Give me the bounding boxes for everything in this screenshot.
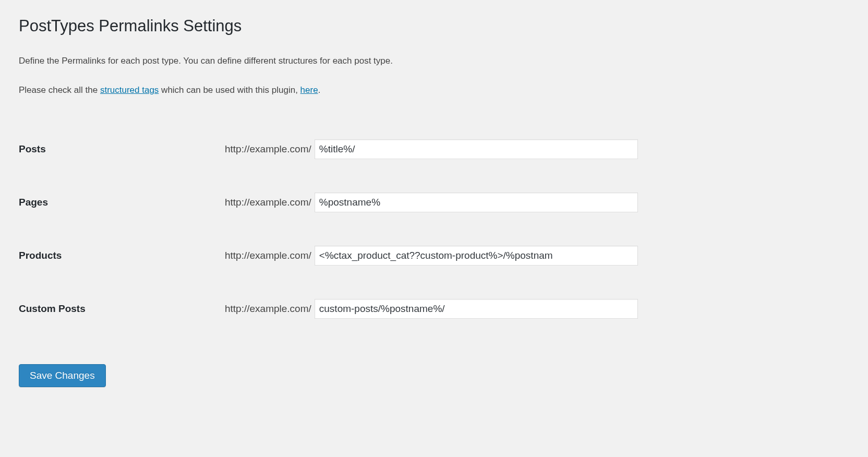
table-row: Pages http://example.com/ — [19, 176, 849, 229]
row-label-posts: Posts — [19, 123, 225, 176]
table-row: Products http://example.com/ — [19, 229, 849, 282]
description-line-2: Please check all the structured tags whi… — [19, 83, 849, 97]
row-label-custom-posts: Custom Posts — [19, 282, 225, 335]
desc2-middle: which can be used with this plugin, — [159, 85, 300, 95]
row-label-pages: Pages — [19, 176, 225, 229]
url-prefix: http://example.com/ — [225, 197, 311, 208]
url-prefix: http://example.com/ — [225, 250, 311, 261]
posts-permalink-input[interactable] — [315, 139, 638, 159]
products-permalink-input[interactable] — [315, 246, 638, 266]
desc2-suffix: . — [318, 85, 321, 95]
table-row: Custom Posts http://example.com/ — [19, 282, 849, 335]
page-title: PostTypes Permalinks Settings — [19, 16, 849, 37]
description-line-1: Define the Permalinks for each post type… — [19, 54, 849, 68]
url-prefix: http://example.com/ — [225, 303, 311, 314]
permalinks-table: Posts http://example.com/ Pages http://e… — [19, 123, 849, 335]
save-button[interactable]: Save Changes — [19, 364, 106, 387]
desc2-prefix: Please check all the — [19, 85, 100, 95]
row-label-products: Products — [19, 229, 225, 282]
structured-tags-link[interactable]: structured tags — [100, 85, 159, 95]
table-row: Posts http://example.com/ — [19, 123, 849, 176]
url-prefix: http://example.com/ — [225, 143, 311, 154]
submit-area: Save Changes — [19, 364, 849, 387]
custom-posts-permalink-input[interactable] — [315, 299, 638, 319]
pages-permalink-input[interactable] — [315, 193, 638, 212]
here-link[interactable]: here — [300, 85, 318, 95]
